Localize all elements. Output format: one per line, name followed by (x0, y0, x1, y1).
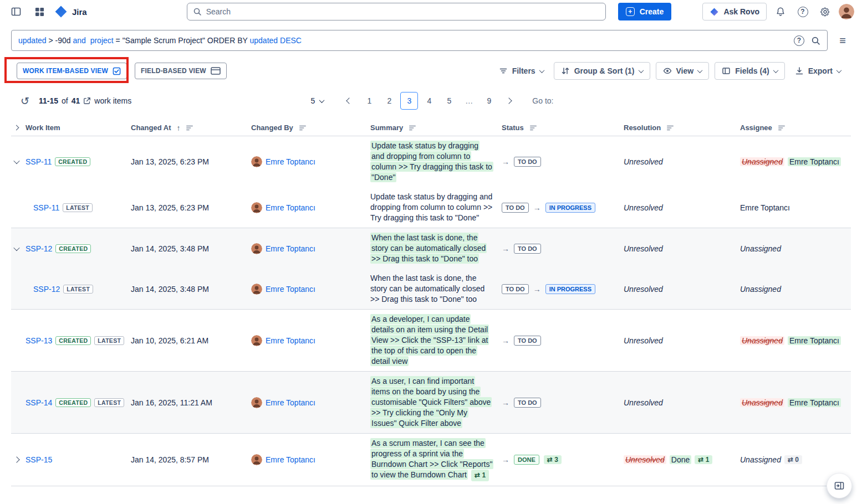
work-item-cell: SSP-11LATEST (25, 199, 131, 217)
sort-ascending-icon[interactable]: ↑ (176, 124, 180, 132)
page-button[interactable]: 9 (480, 92, 498, 110)
table-row: SSP-12LATESTJan 14, 2025, 3:48 PMEmre To… (11, 269, 851, 309)
work-item-link[interactable]: SSP-13 (25, 336, 52, 345)
work-item-link[interactable]: SSP-11 (33, 203, 59, 212)
changed-at-cell: Jan 10, 2025, 6:21 AM (131, 332, 251, 349)
summary-text: As a developer, I can update details on … (370, 314, 489, 366)
status-cell: TO DO→IN PROGRESS (502, 198, 624, 217)
ask-rovo-button[interactable]: Ask Rovo (702, 3, 767, 20)
view-button[interactable]: View (656, 62, 710, 80)
notifications-bell-icon[interactable] (772, 3, 789, 20)
refresh-button[interactable]: ↺ (17, 92, 33, 109)
column-filter-icon[interactable] (666, 124, 674, 132)
settings-gear-icon[interactable] (817, 3, 833, 20)
jql-help-icon[interactable]: ? (794, 35, 804, 46)
help-icon[interactable]: ? (794, 3, 811, 20)
chevron-down-icon (773, 68, 778, 73)
revision-badge: LATEST (94, 398, 124, 407)
group-sort-button[interactable]: Group & Sort (1) (554, 62, 650, 80)
page-button[interactable]: 3 (400, 92, 418, 110)
changed-by-link[interactable]: Emre Toptancı (266, 244, 315, 253)
page-button[interactable]: 2 (380, 92, 398, 110)
field-view-button[interactable]: FIELD-BASED VIEW (135, 63, 227, 79)
fields-button[interactable]: Fields (4) (715, 62, 784, 80)
changed-by-link[interactable]: Emre Toptancı (266, 336, 315, 345)
sidebar-toggle-icon[interactable] (8, 3, 24, 20)
changed-by-link[interactable]: Emre Toptancı (266, 157, 315, 166)
jql-query-input[interactable]: updated > -90d and project = "Sample Scr… (11, 30, 828, 51)
expand-chevron-icon[interactable] (13, 456, 19, 462)
create-button[interactable]: + Create (618, 3, 672, 20)
change-count-badge: ⇄ 1 (695, 455, 712, 464)
app-switcher-icon[interactable] (31, 3, 48, 20)
side-panel-toggle-button[interactable] (827, 473, 852, 498)
export-button[interactable]: Export (790, 62, 845, 80)
revision-badge: LATEST (63, 285, 93, 294)
next-page-button[interactable] (500, 92, 518, 110)
status-cell: →DONE⇄ 3 (502, 450, 624, 469)
changed-by-link[interactable]: Emre Toptancı (266, 285, 315, 294)
change-count-badge: ⇄ 1 (471, 470, 489, 481)
filters-button[interactable]: Filters (494, 62, 548, 80)
user-avatar (251, 284, 262, 295)
status-cell: TO DO→IN PROGRESS (502, 280, 624, 299)
work-item-link[interactable]: SSP-11 (25, 157, 52, 166)
results-of: of (62, 96, 68, 105)
changed-by-link[interactable]: Emre Toptancı (266, 203, 315, 212)
changed-by-cell: Emre Toptancı (251, 393, 370, 413)
expand-all-chevron-icon[interactable] (14, 125, 19, 131)
assignee-cell: UnassignedEmre Toptancı (740, 153, 851, 171)
jira-home-link[interactable]: Jira (54, 5, 87, 18)
jql-search-icon[interactable] (811, 36, 820, 45)
assignee-cell: Unassigned⇄ 0 (740, 451, 851, 469)
prev-page-button[interactable] (340, 92, 358, 110)
changed-by-cell: Emre Toptancı (251, 450, 370, 470)
resolution-cell: Unresolved (624, 394, 740, 412)
external-link-icon[interactable] (83, 97, 91, 105)
chevron-down-icon (539, 68, 544, 73)
work-item-link[interactable]: SSP-15 (25, 455, 52, 464)
filters-label: Filters (512, 66, 535, 75)
collapse-chevron-icon[interactable] (13, 158, 19, 164)
page-button[interactable]: 1 (360, 92, 378, 110)
column-header: Changed By (251, 124, 370, 132)
pagination: 5 12345…9 Go to: (309, 92, 554, 110)
jql-segment: and (71, 36, 86, 45)
status-change-arrow: → (502, 455, 509, 464)
assignee-cell: UnassignedEmre Toptancı (740, 332, 851, 349)
revision-badge: CREATED (55, 336, 91, 345)
column-header: Changed At↑ (131, 124, 251, 132)
column-filter-icon[interactable] (529, 124, 537, 132)
column-filter-icon[interactable] (409, 124, 416, 132)
create-button-label: Create (640, 7, 664, 16)
status-lozenge: IN PROGRESS (545, 203, 595, 213)
nav-right-cluster: Ask Rovo ? (702, 3, 854, 20)
status-lozenge: DONE (514, 455, 539, 465)
search-input[interactable] (206, 7, 600, 16)
page-button[interactable]: 4 (420, 92, 438, 110)
work-item-link[interactable]: SSP-12 (25, 244, 52, 253)
query-menu-icon[interactable]: ≡ (834, 32, 851, 49)
status-lozenge: TO DO (514, 157, 541, 167)
changed-by-link[interactable]: Emre Toptancı (266, 398, 315, 407)
work-item-cell: SSP-12LATEST (25, 280, 131, 298)
column-filter-icon[interactable] (186, 124, 193, 132)
global-search[interactable] (187, 3, 606, 20)
summary-cell: As a developer, I can update details on … (370, 310, 502, 371)
work-item-view-button[interactable]: WORK ITEM-BASED VIEW (17, 63, 127, 79)
page-size-select[interactable]: 5 (309, 93, 327, 109)
page-button[interactable]: 5 (440, 92, 458, 110)
assignee-text: Unassigned (740, 244, 781, 253)
expand-cell (11, 242, 25, 255)
resolution-cell: Unresolved (624, 280, 740, 298)
table-row: SSP-13CREATEDLATESTJan 10, 2025, 6:21 AM… (11, 309, 851, 371)
column-filter-icon[interactable] (299, 124, 307, 132)
column-filter-icon[interactable] (778, 124, 786, 132)
changed-at-cell: Jan 13, 2025, 6:23 PM (131, 153, 251, 171)
changed-by-link[interactable]: Emre Toptancı (266, 455, 315, 464)
chevron-down-icon (697, 68, 703, 73)
collapse-chevron-icon[interactable] (13, 244, 19, 250)
profile-avatar[interactable] (839, 4, 854, 19)
work-item-link[interactable]: SSP-12 (33, 285, 60, 294)
work-item-link[interactable]: SSP-14 (25, 398, 52, 407)
